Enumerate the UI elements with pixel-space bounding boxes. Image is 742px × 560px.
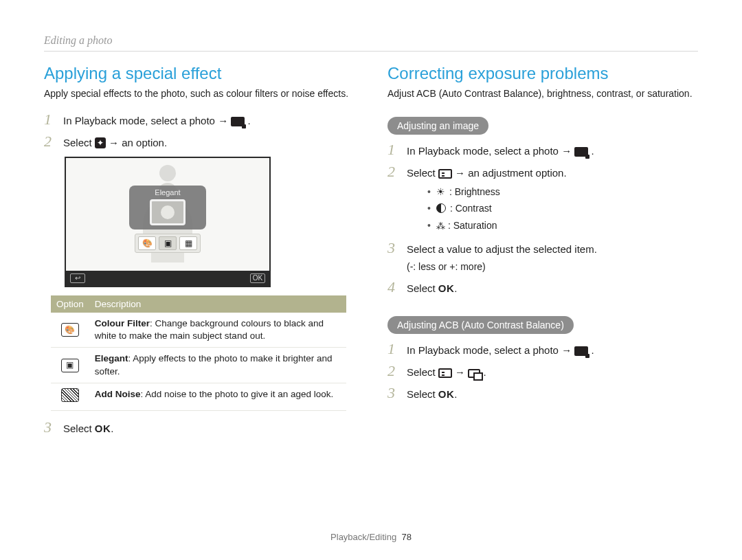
step-text: .	[483, 366, 486, 378]
step-r1-2: 2 Select → an adjustment option. : Brigh…	[387, 164, 698, 236]
step-number: 3	[387, 240, 400, 256]
preview-bottombar: ↩ OK	[66, 271, 269, 286]
option-desc: : Add noise to the photo to give it an a…	[141, 389, 334, 399]
bullet-contrast: : Contrast	[427, 201, 567, 216]
step-text: Select	[407, 167, 438, 179]
effect-popup-label: Elegant	[129, 188, 206, 197]
step-number: 1	[387, 341, 400, 357]
table-head-option: Option	[51, 295, 89, 313]
step-text: Select a value to adjust the selected it…	[407, 243, 597, 255]
toolbar-noise-icon[interactable]: ▦	[179, 236, 197, 250]
column-special-effect: Applying a special effect Apply special …	[44, 64, 355, 441]
heading-exposure: Correcting exposure problems	[387, 64, 698, 83]
step-number: 3	[387, 385, 400, 401]
step-number: 2	[387, 363, 400, 379]
step-left-1: 1 In Playback mode, select a photo → .	[44, 111, 355, 129]
intro-exposure: Adjust ACB (Auto Contrast Balance), brig…	[387, 87, 698, 100]
effect-toolbar: 🎨 ▣ ▦	[135, 234, 201, 253]
heading-special-effect: Applying a special effect	[44, 64, 355, 83]
step-text: Select	[407, 282, 438, 294]
effect-icon	[95, 137, 106, 148]
elegant-icon: ▣	[61, 359, 79, 372]
contrast-icon	[436, 203, 446, 213]
step-r1-1: 1 In Playback mode, select a photo → .	[387, 142, 698, 159]
step-text: .	[591, 145, 594, 157]
ok-icon: OK	[438, 282, 455, 294]
step-number: 3	[44, 419, 56, 436]
effect-popup-thumb	[150, 199, 186, 225]
edit-photo-icon	[231, 117, 245, 126]
bullet-brightness: : Brightness	[427, 184, 567, 199]
step-text: Select	[407, 388, 438, 400]
footer-section: Playback/Editing	[330, 532, 396, 542]
bullet-label: : Brightness	[449, 184, 500, 199]
table-row: 🎨 Colour Filter: Change background colou…	[51, 313, 346, 348]
step-r2-2: 2 Select → .	[387, 363, 698, 381]
adjust-icon	[438, 368, 452, 378]
step-number: 4	[387, 279, 400, 295]
step-left-3: 3 Select OK.	[44, 419, 355, 437]
palette-icon: 🎨	[61, 323, 79, 337]
step-text: .	[591, 344, 594, 356]
page-footer: Playback/Editing 78	[0, 532, 742, 542]
breadcrumb: Editing a photo	[44, 34, 698, 52]
table-row: ▣ Elegant: Apply effects to the photo to…	[51, 348, 346, 383]
step-number: 1	[44, 111, 56, 128]
edit-photo-icon	[574, 346, 588, 356]
step-text: Select	[63, 423, 95, 434]
step-text: .	[454, 282, 457, 294]
step-text: .	[247, 115, 250, 126]
step-text: → an adjustment option.	[455, 167, 567, 179]
option-title: Elegant	[95, 353, 128, 363]
step-left-2: 2 Select → an option.	[44, 133, 355, 151]
step-number: 2	[44, 133, 56, 150]
effect-preview: Elegant 🎨 ▣ ▦ ↩ OK	[65, 157, 271, 287]
step-text: Select	[63, 137, 95, 148]
toolbar-palette-icon[interactable]: 🎨	[138, 236, 156, 250]
back-icon[interactable]: ↩	[70, 273, 85, 283]
step-r1-4: 4 Select OK.	[387, 279, 698, 297]
step-text: .	[454, 388, 457, 400]
step-text: In Playback mode, select a photo →	[407, 145, 574, 157]
page: Editing a photo Applying a special effec…	[0, 0, 742, 469]
footer-page-number: 78	[401, 532, 411, 542]
bullet-saturation: : Saturation	[427, 218, 567, 234]
options-table: Option Description 🎨 Colour Filter: Chan…	[51, 295, 346, 411]
ok-icon: OK	[438, 388, 455, 400]
step-text: →	[455, 366, 468, 378]
step-text: In Playback mode, select a photo →	[407, 344, 574, 356]
acb-icon	[468, 369, 480, 378]
brightness-icon	[436, 184, 445, 199]
noise-icon	[61, 388, 79, 402]
step-r2-1: 1 In Playback mode, select a photo → .	[387, 341, 698, 359]
step-text: .	[111, 423, 113, 434]
saturation-icon	[436, 218, 444, 234]
edit-photo-icon	[574, 147, 588, 157]
step-text: Select	[407, 366, 438, 378]
option-title: Colour Filter	[95, 318, 150, 328]
step-text: → an option.	[109, 137, 167, 148]
adjust-icon	[438, 169, 452, 179]
pill-adjusting-image: Adjusting an image	[387, 117, 488, 135]
table-row: Add Noise: Add noise to the photo to giv…	[51, 383, 346, 410]
effect-popup: Elegant	[129, 186, 206, 229]
column-exposure: Correcting exposure problems Adjust ACB …	[387, 64, 698, 441]
step-r1-3: 3 Select a value to adjust the selected …	[387, 240, 698, 274]
ok-icon: OK	[95, 423, 111, 434]
bullet-label: : Contrast	[450, 201, 492, 216]
option-desc: : Apply effects to the photo to make it …	[95, 353, 333, 376]
bullet-label: : Saturation	[448, 218, 497, 233]
pill-adjusting-acb: Adjusting ACB (Auto Contrast Balance)	[387, 316, 574, 334]
option-title: Add Noise	[95, 389, 141, 399]
table-head-description: Description	[89, 295, 346, 313]
step-subtext: (-: less or +: more)	[407, 259, 597, 274]
step-number: 2	[387, 164, 400, 180]
ok-icon[interactable]: OK	[250, 273, 265, 283]
step-r2-3: 3 Select OK.	[387, 385, 698, 403]
step-text: In Playback mode, select a photo →	[63, 115, 231, 126]
intro-special-effect: Apply special effects to the photo, such…	[44, 87, 355, 100]
toolbar-elegant-icon[interactable]: ▣	[159, 236, 177, 250]
step-number: 1	[387, 142, 400, 158]
